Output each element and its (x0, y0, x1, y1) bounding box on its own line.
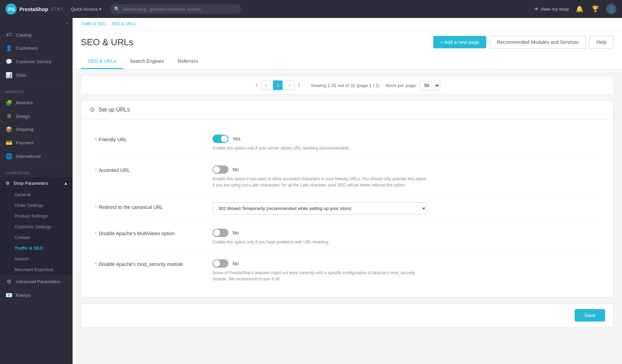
form-row-redirect-canonical: * Redirect to the canonical URL No redir… (95, 195, 600, 222)
prestashop-logo: PS (6, 3, 17, 15)
logo-area: PS PrestaShop 1.7.8.7 (6, 3, 63, 15)
international-icon: 🌐 (6, 153, 12, 160)
pagination-info: Viewing 1-32 out of 32 (page 1 / 1) (311, 83, 379, 88)
disable-mod-security-help: Some of PrestaShop's features might not … (213, 270, 427, 282)
submenu-item-traffic-seo[interactable]: Traffic & SEO (0, 243, 73, 253)
form-row-friendly-url: * Friendly URL Yes Enable this option on… (95, 128, 600, 159)
setup-panel-header: ⚙ Set up URLs (81, 100, 613, 119)
page-tabs: SEO & URLs Search Engines Referrers (81, 54, 614, 69)
sidebar-item-klaviyo[interactable]: 📧 Klaviyo (0, 288, 73, 302)
main-content: Traffic & SEO › SEO & URLs SEO & URLs + … (73, 18, 622, 364)
tab-referrers[interactable]: Referrers (171, 54, 205, 69)
app-name: PrestaShop (19, 6, 48, 12)
person-icon: 👤 (608, 6, 615, 12)
sidebar-item-modules[interactable]: 🧩 Modules (0, 96, 73, 109)
sidebar-item-shipping[interactable]: 📦 Shipping (0, 123, 73, 136)
friendly-url-toggle[interactable] (213, 135, 228, 143)
required-star-redirect: * (95, 205, 97, 210)
sidebar-item-advanced-parameters[interactable]: ⚙ Advanced Parameters (0, 275, 73, 288)
advanced-params-icon: ⚙ (6, 278, 12, 285)
disable-multiviews-help: Enable this option only if you have prob… (213, 239, 427, 245)
svg-text:PS: PS (8, 7, 15, 12)
save-bar: Save (81, 303, 614, 327)
page-header: SEO & URLs + Add a new page Recommended … (73, 30, 622, 69)
submenu-item-search[interactable]: Search (0, 253, 73, 264)
content-area: 1 ‹ 1 › 1 Viewing 1-32 out of 32 (page 1… (73, 69, 622, 334)
disable-mod-security-toggle[interactable] (213, 259, 228, 268)
accented-url-toggle[interactable] (213, 165, 228, 174)
form-row-disable-multiviews: * Disable Apache's MultiViews option No … (95, 222, 600, 252)
submenu-item-product-settings[interactable]: Product Settings (0, 211, 73, 221)
shop-parameters-menu-header[interactable]: ⚙ Shop Parameters ▴ (0, 177, 73, 189)
settings-gear-icon: ⚙ (89, 106, 95, 114)
customer-service-icon: 💬 (6, 58, 12, 65)
submenu-item-merchant-expertise[interactable]: Merchant Expertise (0, 264, 73, 275)
items-per-page-select[interactable]: 10 20 50 100 300 (420, 81, 440, 90)
add-new-page-button[interactable]: + Add a new page (433, 36, 486, 48)
disable-multiviews-label: Disable Apache's MultiViews option (99, 231, 175, 236)
sidebar-item-payment[interactable]: 💳 Payment (0, 136, 73, 150)
submenu-item-contact[interactable]: Contact (0, 232, 73, 243)
top-navigation: PS PrestaShop 1.7.8.7 Quick Access ▾ 🔍 👁… (0, 0, 622, 18)
tab-seo-urls[interactable]: SEO & URLs (81, 54, 123, 69)
friendly-url-label: Friendly URL (99, 137, 127, 142)
required-star-multiviews: * (95, 231, 97, 236)
catalog-icon: 🏷 (6, 32, 12, 38)
payment-icon: 💳 (6, 140, 12, 146)
disable-multiviews-value-label: No (233, 230, 239, 236)
items-per-page-label: Items per page: (386, 83, 417, 88)
app-version: 1.7.8.7 (51, 7, 63, 11)
required-star-friendly-url: * (95, 137, 97, 142)
quick-access-button[interactable]: Quick Access ▾ (68, 5, 104, 13)
sidebar-item-customers[interactable]: 👤 Customers (0, 41, 73, 55)
required-star-accented-url: * (95, 168, 97, 173)
pagination-last-label: 1 (296, 83, 302, 88)
help-button[interactable]: Help (589, 36, 614, 49)
recommended-modules-button[interactable]: Recommended Modules and Services (490, 36, 586, 49)
breadcrumb-parent-link[interactable]: Traffic & SEO (81, 21, 106, 26)
tab-search-engines[interactable]: Search Engines (123, 54, 171, 69)
improve-section-label: IMPROVE (0, 85, 73, 96)
breadcrumb: Traffic & SEO › SEO & URLs (73, 18, 622, 30)
pagination-prev-button[interactable]: ‹ (261, 80, 271, 90)
sidebar-item-customer-service[interactable]: 💬 Customer Service (0, 55, 73, 68)
friendly-url-help: Enable this option only if your server a… (213, 145, 427, 151)
friendly-url-value-label: Yes (233, 136, 241, 142)
design-icon: 🖥 (6, 113, 12, 119)
submenu-item-general[interactable]: General (0, 189, 73, 200)
modules-icon: 🧩 (6, 99, 12, 106)
customers-icon: 👤 (6, 45, 12, 51)
sidebar-item-catalog[interactable]: 🏷 Catalog (0, 28, 73, 41)
page-header-actions: + Add a new page Recommended Modules and… (433, 36, 614, 49)
redirect-canonical-select[interactable]: No redirection 301 Moved Permanently 302… (213, 202, 427, 214)
eye-icon: 👁 (534, 7, 539, 12)
save-button[interactable]: Save (575, 309, 605, 322)
sidebar-item-design[interactable]: 🖥 Design (0, 109, 73, 123)
disable-multiviews-toggle[interactable] (213, 229, 228, 237)
search-bar[interactable]: 🔍 (110, 4, 241, 14)
form-row-disable-mod-security: * Disable Apache's mod_security module N… (95, 252, 600, 289)
sidebar-collapse-button[interactable]: « (0, 18, 73, 28)
view-shop-link[interactable]: 👁 View my shop (534, 7, 569, 12)
shop-parameters-submenu: General Order Settings Product Settings … (0, 189, 73, 275)
search-input[interactable] (123, 7, 237, 12)
setup-urls-panel: ⚙ Set up URLs * Friendly URL (81, 100, 614, 298)
submenu-item-order-settings[interactable]: Order Settings (0, 200, 73, 211)
trophy-icon[interactable]: 🏆 (590, 4, 601, 14)
notification-bell-icon[interactable]: 🔔 (574, 4, 585, 14)
stats-icon: 📊 (6, 72, 12, 78)
pagination-current-page[interactable]: 1 (273, 80, 283, 90)
redirect-canonical-label: Redirect to the canonical URL (99, 204, 163, 210)
configure-section-label: CONFIGURE (0, 166, 73, 177)
user-avatar[interactable]: 👤 (606, 4, 616, 14)
sidebar-item-stats[interactable]: 📊 Stats (0, 68, 73, 82)
gear-sidebar-icon: ⚙ (6, 181, 10, 186)
accented-url-help: Enable this option if you want to allow … (213, 176, 427, 188)
sidebar-item-international[interactable]: 🌐 International (0, 150, 73, 163)
page-header-top: SEO & URLs + Add a new page Recommended … (81, 36, 614, 49)
accented-url-label: Accented URL (99, 167, 130, 173)
submenu-item-customer-settings[interactable]: Customer Settings (0, 221, 73, 232)
breadcrumb-current: SEO & URLs (112, 21, 136, 26)
pagination-next-button[interactable]: › (285, 80, 294, 90)
chevron-down-icon: ▾ (99, 7, 102, 12)
